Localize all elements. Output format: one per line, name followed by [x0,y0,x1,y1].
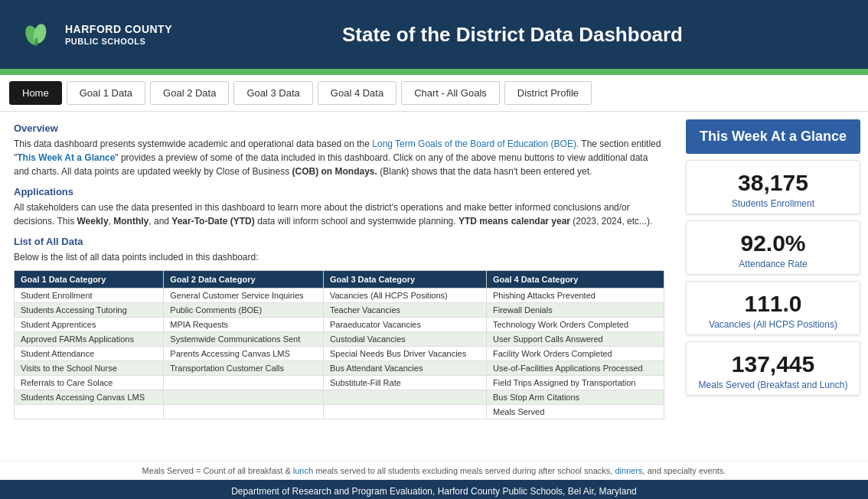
table-cell: Vacancies (All HCPS Positions) [323,289,486,303]
table-row: Student ApprenticesMPIA RequestsParaeduc… [15,318,664,332]
footer-note: Meals Served = Count of all breakfast & … [0,461,868,480]
table-cell: Student Apprentices [15,318,164,332]
stat-card-vacancies: 111.0 Vacancies (All HCPS Positions) [686,281,860,335]
list-subtitle: Below is the list of all data points inc… [14,250,664,264]
right-panel: This Week At a Glance 38,175 Students En… [678,112,868,461]
nav-bar: Home Goal 1 Data Goal 2 Data Goal 3 Data… [0,75,868,112]
stat-card-enrollment: 38,175 Students Enrollment [686,160,860,214]
table-cell: Students Accessing Tutoring [15,303,164,318]
svg-rect-3 [35,38,38,46]
overview-title: Overview [14,122,664,134]
stat-label-attendance: Attendance Rate [694,259,852,269]
table-cell: Custodial Vacancies [323,332,486,347]
table-cell: Transportation Customer Calls [164,361,324,376]
table-cell: Facility Work Orders Completed [487,347,664,361]
table-cell [323,390,486,405]
table-cell: Systemwide Communications Sent [164,332,324,347]
table-cell [323,405,486,419]
table-cell: Teacher Vacancies [323,303,486,318]
table-cell: Bus Attendant Vacancies [323,361,486,376]
table-cell: Visits to the School Nurse [15,361,164,376]
overview-text: This data dashboard presents systemwide … [14,137,664,178]
nav-chart-button[interactable]: Chart - All Goals [401,81,500,105]
data-table-container: Goal 1 Data Category Goal 2 Data Categor… [14,270,664,419]
logo-text: HARFORD COUNTY PUBLIC SCHOOLS [65,22,172,47]
accent-bar [0,69,868,75]
table-cell [164,376,324,390]
nav-goal2-button[interactable]: Goal 2 Data [150,81,229,105]
table-row: Approved FARMs ApplicationsSystemwide Co… [15,332,664,347]
table-cell: Student Attendance [15,347,164,361]
table-cell: Student Enrollment [15,289,164,303]
table-cell [164,405,324,419]
col-header-goal3: Goal 3 Data Category [323,271,486,289]
applications-title: Applications [14,186,664,197]
nav-goal4-button[interactable]: Goal 4 Data [318,81,396,105]
stat-label-vacancies: Vacancies (All HCPS Positions) [694,319,852,330]
glance-link[interactable]: This Week At a Glance [17,152,115,163]
table-cell: Phishing Attacks Prevented [487,289,664,303]
stat-label-meals: Meals Served (Breakfast and Lunch) [694,380,852,390]
table-row: Students Accessing TutoringPublic Commen… [15,303,664,318]
stat-number-enrollment: 38,175 [694,170,852,195]
nav-goal3-button[interactable]: Goal 3 Data [233,81,312,105]
data-table: Goal 1 Data Category Goal 2 Data Categor… [14,270,664,419]
stat-number-vacancies: 111.0 [694,291,852,316]
table-row: Visits to the School NurseTransportation… [15,361,664,376]
dinners-link[interactable]: dinners [615,466,642,475]
table-row: Student EnrollmentGeneral Customer Servi… [15,289,664,303]
table-cell: Meals Served [487,405,664,419]
stat-card-meals: 137,445 Meals Served (Breakfast and Lunc… [686,341,860,396]
table-row: Referrals to Care SolaceSubstitute-Fill … [15,376,664,390]
table-cell: Students Accessing Canvas LMS [15,390,164,405]
table-row: Student AttendanceParents Accessing Canv… [15,347,664,361]
left-panel: Overview This data dashboard presents sy… [0,112,678,461]
table-cell [15,405,164,419]
logo-area: HARFORD COUNTY PUBLIC SCHOOLS [15,14,172,56]
lunch-link[interactable]: lunch [293,466,313,475]
stat-card-attendance: 92.0% Attendance Rate [686,220,860,275]
main-content: Overview This data dashboard presents sy… [0,112,868,461]
table-cell: Paraeducator Vacancies [323,318,486,332]
stat-number-attendance: 92.0% [694,230,852,256]
col-header-goal2: Goal 2 Data Category [164,271,324,289]
table-cell: Use-of-Facilities Applications Processed [487,361,664,376]
table-cell: Public Comments (BOE) [164,303,324,318]
table-cell: Field Trips Assigned by Transportation [487,376,664,390]
table-row: Students Accessing Canvas LMSBus Stop Ar… [15,390,664,405]
table-cell: General Customer Service Inquiries [164,289,324,303]
page-header: HARFORD COUNTY PUBLIC SCHOOLS State of t… [0,0,868,69]
table-cell: Bus Stop Arm Citations [487,390,664,405]
page-title: State of the District Data Dashboard [172,23,853,47]
nav-home-button[interactable]: Home [9,81,62,105]
nav-district-button[interactable]: District Profile [504,81,592,105]
applications-text: All stakeholders can use the data presen… [14,201,664,228]
table-cell: Technology Work Orders Completed [487,318,664,332]
table-cell: Parents Accessing Canvas LMS [164,347,324,361]
table-cell: Approved FARMs Applications [15,332,164,347]
table-cell [164,390,324,405]
table-cell: MPIA Requests [164,318,324,332]
table-cell: Special Needs Bus Driver Vacancies [323,347,486,361]
table-cell: Substitute-Fill Rate [323,376,486,390]
table-row: Meals Served [15,405,664,419]
table-cell: Firewall Denials [487,303,664,318]
col-header-goal4: Goal 4 Data Category [487,271,664,289]
table-cell: User Support Calls Answered [487,332,664,347]
col-header-goal1: Goal 1 Data Category [15,271,164,289]
school-logo-icon [15,14,57,56]
boe-link[interactable]: Long Term Goals of the Board of Educatio… [372,139,576,149]
bottom-bar: Department of Research and Program Evalu… [0,480,868,499]
list-title: List of All Data [14,236,664,247]
glance-header: This Week At a Glance [686,119,860,154]
nav-goal1-button[interactable]: Goal 1 Data [67,81,145,105]
stat-label-enrollment: Students Enrollment [694,198,852,209]
table-cell: Referrals to Care Solace [15,376,164,390]
stat-number-meals: 137,445 [694,351,852,377]
